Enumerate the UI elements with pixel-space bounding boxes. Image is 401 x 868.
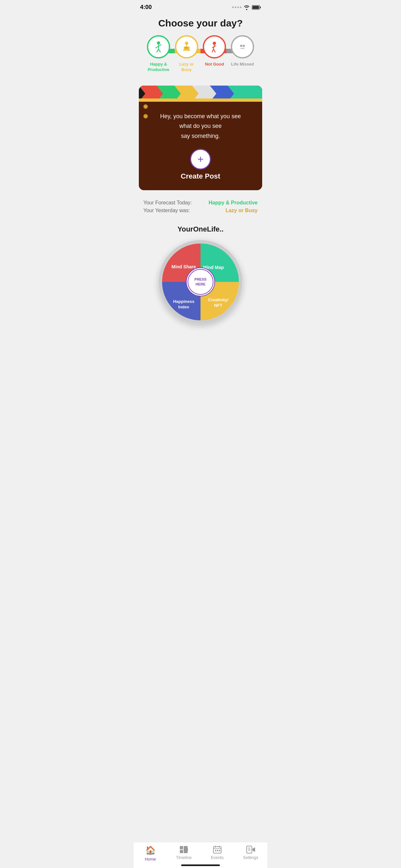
- svg-line-6: [158, 44, 161, 46]
- svg-line-8: [158, 49, 160, 52]
- status-bar: 4:00: [134, 0, 267, 12]
- forecast-yesterday-label: Your Yesterday was:: [143, 208, 190, 213]
- day-item-lazy[interactable]: Lazy orBusy: [174, 35, 199, 73]
- status-time: 4:00: [140, 4, 152, 11]
- forecast-today-row: Your Forecast Today: Happy & Productive: [143, 200, 258, 206]
- card-text: Hey, you become what you see what do you…: [145, 112, 256, 141]
- lazy-desk-icon: [181, 41, 193, 53]
- clapperboard-top: [139, 86, 262, 102]
- forecast-yesterday-value: Lazy or Busy: [225, 208, 258, 213]
- one-life-title: YourOneLife..: [140, 225, 261, 234]
- svg-point-14: [213, 42, 216, 45]
- screw-bottom: [143, 114, 148, 119]
- day-label-notgood: Not Good: [205, 62, 224, 67]
- svg-line-17: [213, 49, 215, 52]
- create-post-card: Hey, you become what you see what do you…: [139, 86, 262, 190]
- svg-point-3: [157, 41, 160, 44]
- battery-icon: [252, 5, 261, 10]
- day-circle-happy: [147, 35, 170, 58]
- day-item-lifemissed[interactable]: Life Missed: [229, 35, 255, 73]
- status-icons: [232, 5, 261, 10]
- svg-text:Index: Index: [178, 305, 189, 309]
- day-label-lifemissed: Life Missed: [231, 62, 254, 67]
- happy-figure-icon: [152, 41, 165, 53]
- day-selector: Happy &Productive Lazy orBusy: [134, 35, 267, 76]
- svg-rect-13: [185, 47, 188, 49]
- signal-dots-icon: [232, 6, 242, 8]
- day-item-happy[interactable]: Happy &Productive: [146, 35, 172, 73]
- press-here-label: PRESS HERE: [194, 277, 206, 286]
- svg-line-16: [212, 49, 213, 52]
- pie-container: Mind Map Creativity/ NFT Happiness Index…: [140, 240, 261, 324]
- forecast-yesterday-row: Your Yesterday was: Lazy or Busy: [143, 208, 258, 213]
- svg-rect-11: [183, 50, 190, 51]
- svg-rect-1: [252, 6, 259, 9]
- press-here-button[interactable]: PRESS HERE: [188, 269, 213, 295]
- svg-text:NFT: NFT: [214, 303, 222, 308]
- card-body: Hey, you become what you see what do you…: [139, 102, 262, 190]
- svg-point-20: [240, 45, 242, 47]
- lifemissed-blank-icon: [236, 41, 249, 53]
- one-life-section: YourOneLife.. Mind Map Creativity/ NFT H…: [134, 222, 267, 337]
- forecast-section: Your Forecast Today: Happy & Productive …: [134, 197, 267, 222]
- day-circle-notgood: [203, 35, 226, 58]
- svg-point-21: [243, 45, 245, 47]
- svg-text:Happiness: Happiness: [173, 299, 194, 304]
- day-circle-lazy: [175, 35, 198, 58]
- page-title: Choose your day?: [134, 12, 267, 35]
- create-post-label: Create Post: [181, 172, 220, 181]
- svg-rect-2: [260, 6, 261, 8]
- forecast-today-label: Your Forecast Today:: [143, 200, 192, 206]
- pie-wheel[interactable]: Mind Map Creativity/ NFT Happiness Index…: [158, 240, 243, 324]
- day-circle-lifemissed: [231, 35, 254, 58]
- create-post-button[interactable]: + Create Post: [145, 149, 256, 181]
- day-label-lazy: Lazy orBusy: [179, 62, 194, 73]
- svg-text:Mind Share: Mind Share: [172, 264, 196, 269]
- day-items: Happy &Productive Lazy orBusy: [146, 35, 255, 73]
- svg-line-5: [156, 46, 158, 48]
- svg-text:Creativity/: Creativity/: [208, 298, 228, 302]
- plus-icon: +: [190, 149, 211, 169]
- svg-line-7: [157, 49, 158, 52]
- day-label-happy: Happy &Productive: [148, 62, 169, 73]
- forecast-today-value: Happy & Productive: [209, 200, 258, 206]
- wifi-icon: [243, 5, 250, 10]
- svg-line-19: [214, 45, 216, 46]
- svg-point-9: [185, 42, 188, 45]
- chevron-strip-svg: [139, 86, 262, 102]
- screw-top: [143, 104, 148, 109]
- day-item-notgood[interactable]: Not Good: [202, 35, 227, 73]
- notgood-sad-icon: [208, 41, 220, 53]
- svg-rect-29: [139, 98, 262, 102]
